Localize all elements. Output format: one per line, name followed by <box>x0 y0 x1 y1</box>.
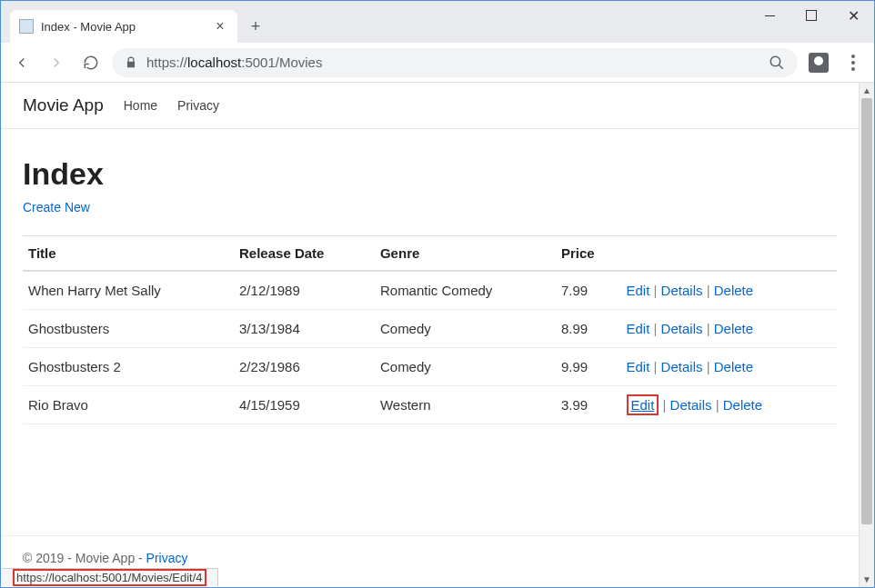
search-icon[interactable] <box>769 55 785 71</box>
action-sep: | <box>702 359 713 374</box>
brand[interactable]: Movie App <box>23 95 104 115</box>
cell-price: 8.99 <box>556 310 621 348</box>
nav-home[interactable]: Home <box>124 98 157 113</box>
site-navbar: Movie App Home Privacy <box>1 83 859 129</box>
action-sep: | <box>649 359 660 374</box>
header-actions <box>621 236 837 272</box>
tab-title: Index - Movie App <box>41 20 212 34</box>
scroll-up-icon[interactable]: ▲ <box>860 83 874 98</box>
main-content: Index Create New Title Release Date Genr… <box>1 129 859 435</box>
delete-link[interactable]: Delete <box>714 283 753 298</box>
cell-title: When Harry Met Sally <box>23 271 234 310</box>
scroll-down-icon[interactable]: ▼ <box>860 572 874 587</box>
browser-toolbar: https://localhost:5001/Movies <box>1 43 874 83</box>
viewport: Movie App Home Privacy Index Create New … <box>1 83 874 587</box>
reload-icon <box>83 55 99 71</box>
delete-link[interactable]: Delete <box>714 321 753 336</box>
url-host: localhost <box>187 55 241 70</box>
table-row: When Harry Met Sally 2/12/1989 Romantic … <box>23 271 837 310</box>
status-url: https://localhost:5001/Movies/Edit/4 <box>13 569 206 586</box>
page: Movie App Home Privacy Index Create New … <box>1 83 859 587</box>
cell-price: 9.99 <box>556 348 621 386</box>
edit-link[interactable]: Edit <box>627 283 650 298</box>
browser-window: Index - Movie App × + ✕ https://localhos… <box>0 0 875 588</box>
svg-point-0 <box>770 56 780 66</box>
address-bar[interactable]: https://localhost:5001/Movies <box>112 48 798 77</box>
browser-tab[interactable]: Index - Movie App × <box>10 10 237 43</box>
details-link[interactable]: Details <box>661 283 703 298</box>
lock-icon <box>125 56 137 69</box>
edit-link[interactable]: Edit <box>627 359 650 374</box>
status-bar: https://localhost:5001/Movies/Edit/4 <box>2 568 218 586</box>
favicon <box>19 19 34 34</box>
minimize-button[interactable] <box>749 1 790 30</box>
reload-button[interactable] <box>77 49 105 76</box>
url-text: https://localhost:5001/Movies <box>146 55 322 70</box>
footer: © 2019 - Movie App - Privacy <box>1 535 859 567</box>
table-row: Ghostbusters 3/13/1984 Comedy 8.99 Edit … <box>23 310 837 348</box>
edit-link[interactable]: Edit <box>627 321 650 336</box>
movies-table: Title Release Date Genre Price When Harr… <box>23 235 837 424</box>
cell-genre: Romantic Comedy <box>375 271 556 310</box>
cell-release: 2/23/1986 <box>234 348 375 386</box>
cell-title: Ghostbusters 2 <box>23 348 234 386</box>
cell-release: 2/12/1989 <box>234 271 375 310</box>
cell-actions: Edit | Details | Delete <box>621 386 837 424</box>
details-link[interactable]: Details <box>670 397 712 413</box>
back-arrow-icon <box>14 55 30 71</box>
cell-title: Ghostbusters <box>23 310 234 348</box>
header-release: Release Date <box>234 236 375 272</box>
cell-price: 3.99 <box>556 386 621 424</box>
cell-genre: Comedy <box>375 310 556 348</box>
footer-text: © 2019 - Movie App - <box>23 551 146 565</box>
cell-release: 4/15/1959 <box>234 386 375 424</box>
tab-close-icon[interactable]: × <box>212 18 228 35</box>
table-row: Ghostbusters 2 2/23/1986 Comedy 9.99 Edi… <box>23 348 837 386</box>
action-sep: | <box>702 321 713 336</box>
action-sep: | <box>649 283 660 298</box>
vertical-scrollbar[interactable]: ▲ ▼ <box>859 83 874 587</box>
page-title: Index <box>23 156 837 192</box>
header-genre: Genre <box>375 236 556 272</box>
header-title: Title <box>23 236 234 272</box>
cell-actions: Edit | Details | Delete <box>621 348 837 386</box>
cell-release: 3/13/1984 <box>234 310 375 348</box>
action-sep: | <box>649 321 660 336</box>
scroll-thumb[interactable] <box>861 98 872 524</box>
details-link[interactable]: Details <box>661 321 703 336</box>
cell-price: 7.99 <box>556 271 621 310</box>
action-sep: | <box>711 397 722 413</box>
window-controls: ✕ <box>749 1 874 30</box>
footer-privacy-link[interactable]: Privacy <box>146 551 188 565</box>
action-sep: | <box>659 397 669 413</box>
cell-genre: Comedy <box>375 348 556 386</box>
cell-actions: Edit | Details | Delete <box>621 271 837 310</box>
delete-link[interactable]: Delete <box>714 359 753 374</box>
action-sep: | <box>702 283 713 298</box>
nav-privacy[interactable]: Privacy <box>177 98 219 113</box>
delete-link[interactable]: Delete <box>723 397 762 413</box>
url-port-path: :5001/Movies <box>241 55 322 70</box>
header-price: Price <box>556 236 621 272</box>
cell-actions: Edit | Details | Delete <box>621 310 837 348</box>
new-tab-button[interactable]: + <box>243 14 268 39</box>
titlebar: Index - Movie App × + ✕ <box>1 1 874 43</box>
table-row: Rio Bravo 4/15/1959 Western 3.99 Edit | … <box>23 386 837 424</box>
menu-button[interactable] <box>840 49 867 76</box>
create-new-link[interactable]: Create New <box>23 200 90 214</box>
forward-arrow-icon <box>48 55 65 71</box>
menu-dots-icon <box>851 55 855 58</box>
url-protocol: https:// <box>146 55 187 70</box>
close-window-button[interactable]: ✕ <box>832 1 874 30</box>
profile-button[interactable] <box>805 49 832 76</box>
back-button[interactable] <box>8 49 35 76</box>
table-header-row: Title Release Date Genre Price <box>23 236 837 272</box>
profile-icon <box>809 53 829 73</box>
edit-link-highlighted[interactable]: Edit <box>627 394 659 415</box>
cell-title: Rio Bravo <box>23 386 234 424</box>
forward-button[interactable] <box>43 49 70 76</box>
details-link[interactable]: Details <box>661 359 703 374</box>
scroll-track[interactable] <box>860 98 874 572</box>
cell-genre: Western <box>375 386 556 424</box>
maximize-button[interactable] <box>790 1 832 30</box>
